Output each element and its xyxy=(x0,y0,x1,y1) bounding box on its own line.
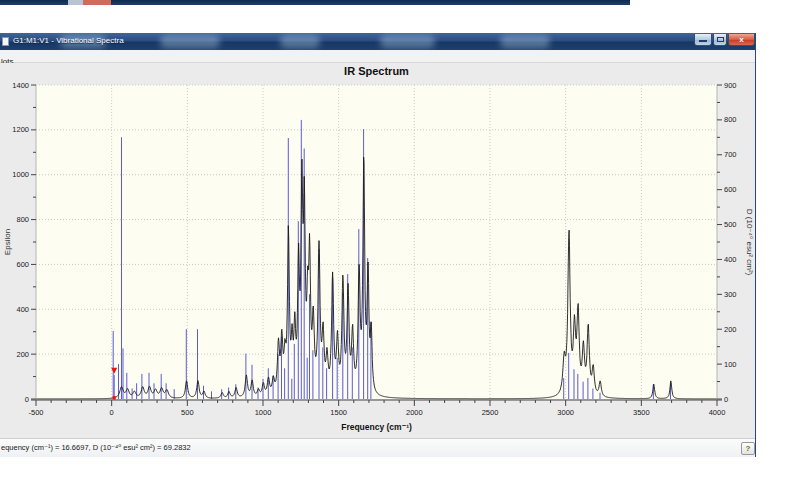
svg-text:Epsilon: Epsilon xyxy=(3,229,12,255)
titlebar[interactable]: G1:M1:V1 - Vibrational Spectra x xyxy=(0,33,755,50)
minimize-button[interactable] xyxy=(694,34,712,46)
spectrum-plot[interactable]: -500050010001500200025003000350040000200… xyxy=(0,63,755,438)
svg-text:3500: 3500 xyxy=(633,408,650,417)
svg-text:-500: -500 xyxy=(28,408,43,417)
titlebar-glass-highlight xyxy=(160,35,220,48)
close-icon: x xyxy=(739,35,743,44)
chart-area: IR Spectrum -500050010001500200025003000… xyxy=(0,63,755,438)
chart-title: IR Spectrum xyxy=(36,65,717,77)
svg-text:2500: 2500 xyxy=(482,408,499,417)
svg-text:1000: 1000 xyxy=(255,408,272,417)
svg-text:200: 200 xyxy=(16,350,29,359)
svg-text:Frequency (cm⁻¹): Frequency (cm⁻¹) xyxy=(341,422,412,432)
background-window-edge xyxy=(0,0,630,5)
svg-text:500: 500 xyxy=(724,220,737,229)
svg-text:1500: 1500 xyxy=(330,408,347,417)
svg-text:700: 700 xyxy=(724,150,737,159)
maximize-icon xyxy=(717,37,724,42)
titlebar-glass-highlight xyxy=(280,35,320,48)
background-window-close-button[interactable] xyxy=(83,0,111,5)
svg-text:600: 600 xyxy=(16,260,29,269)
svg-text:2000: 2000 xyxy=(406,408,423,417)
svg-text:200: 200 xyxy=(724,325,737,334)
svg-text:D (10⁻⁴⁰ esu² cm²): D (10⁻⁴⁰ esu² cm²) xyxy=(745,209,754,276)
svg-text:800: 800 xyxy=(724,115,737,124)
window-title: G1:M1:V1 - Vibrational Spectra xyxy=(13,36,124,45)
svg-text:1200: 1200 xyxy=(12,125,29,134)
svg-text:3000: 3000 xyxy=(557,408,574,417)
background-window-minmax-button[interactable] xyxy=(68,0,83,5)
help-button[interactable]: ? xyxy=(741,442,755,455)
menu-bar: lots xyxy=(0,50,755,63)
svg-text:600: 600 xyxy=(724,185,737,194)
svg-text:0: 0 xyxy=(724,395,728,404)
svg-text:800: 800 xyxy=(16,215,29,224)
svg-text:0: 0 xyxy=(110,408,114,417)
vibrational-spectra-window: G1:M1:V1 - Vibrational Spectra x lots IR… xyxy=(0,33,756,457)
status-readout: equency (cm⁻¹) = 16.6697, D (10⁻⁴⁰ esu² … xyxy=(1,443,191,452)
svg-text:4000: 4000 xyxy=(709,408,726,417)
svg-text:1400: 1400 xyxy=(12,81,29,90)
svg-text:500: 500 xyxy=(181,408,194,417)
titlebar-glass-highlight xyxy=(380,35,435,48)
svg-text:400: 400 xyxy=(16,305,29,314)
status-bar: equency (cm⁻¹) = 16.6697, D (10⁻⁴⁰ esu² … xyxy=(0,438,755,457)
desktop: G1:M1:V1 - Vibrational Spectra x lots IR… xyxy=(0,0,800,493)
close-button[interactable]: x xyxy=(728,34,755,46)
svg-text:400: 400 xyxy=(724,255,737,264)
svg-text:0: 0 xyxy=(25,395,29,404)
svg-text:300: 300 xyxy=(724,290,737,299)
minimize-icon xyxy=(699,40,707,42)
titlebar-glass-highlight xyxy=(500,35,550,48)
svg-text:900: 900 xyxy=(724,81,737,90)
svg-text:100: 100 xyxy=(724,360,737,369)
svg-text:1000: 1000 xyxy=(12,170,29,179)
maximize-button[interactable] xyxy=(713,34,727,46)
window-icon xyxy=(2,37,9,46)
